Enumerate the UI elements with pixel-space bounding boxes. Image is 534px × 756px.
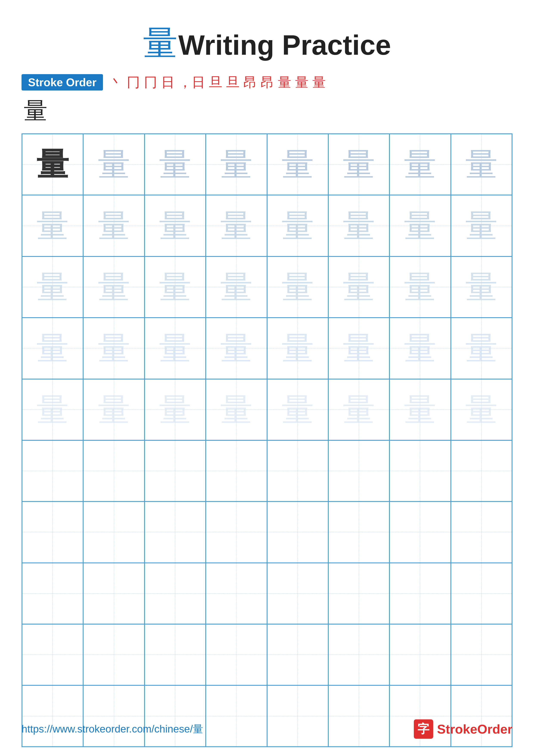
grid-cell-r5c6[interactable]: 量: [328, 379, 390, 440]
char-guide: 量: [220, 393, 252, 426]
strokeorder-logo-icon: 字: [414, 719, 433, 739]
grid-cell-r4c8[interactable]: 量: [451, 318, 512, 379]
char-guide: 量: [465, 210, 497, 242]
grid-cell-r5c5[interactable]: 量: [267, 379, 328, 440]
grid-cell-r7c8[interactable]: [451, 501, 512, 563]
grid-cell-r9c8[interactable]: [451, 624, 512, 685]
grid-cell-r8c4[interactable]: [206, 563, 267, 624]
stroke-sequence: 丶 冂 冂 日 ，日 旦 旦 昂 昂 量 量 量: [110, 76, 326, 89]
char-guide: 量: [159, 332, 191, 364]
grid-cell-r1c5[interactable]: 量: [267, 134, 328, 195]
grid-cell-r5c3[interactable]: 量: [144, 379, 206, 440]
char-guide: 量: [220, 271, 252, 303]
grid-cell-r2c3[interactable]: 量: [144, 195, 206, 256]
stroke-step-9: 昂: [261, 76, 274, 89]
grid-cell-r4c6[interactable]: 量: [328, 318, 390, 379]
grid-cell-r4c1[interactable]: 量: [22, 318, 83, 379]
footer-url[interactable]: https://www.strokeorder.com/chinese/量: [21, 722, 203, 736]
char-guide: 量: [465, 393, 497, 426]
grid-cell-r7c7[interactable]: [390, 501, 451, 563]
grid-cell-r2c6[interactable]: 量: [328, 195, 390, 256]
grid-cell-r9c3[interactable]: [144, 624, 206, 685]
grid-cell-r2c4[interactable]: 量: [206, 195, 267, 256]
grid-cell-r7c6[interactable]: [328, 501, 390, 563]
grid-cell-r9c4[interactable]: [206, 624, 267, 685]
char-guide: 量: [282, 332, 314, 364]
grid-cell-r1c3[interactable]: 量: [144, 134, 206, 195]
stroke-step-6: 旦: [209, 76, 222, 89]
char-guide: 量: [404, 332, 436, 364]
grid-cell-r2c8[interactable]: 量: [451, 195, 512, 256]
grid-cell-r6c5[interactable]: [267, 440, 328, 501]
char-guide: 量: [159, 393, 191, 426]
grid-cell-r3c6[interactable]: 量: [328, 256, 390, 318]
char-guide: 量: [282, 148, 314, 180]
grid-cell-r6c4[interactable]: [206, 440, 267, 501]
grid-cell-r3c3[interactable]: 量: [144, 256, 206, 318]
grid-cell-r9c2[interactable]: [83, 624, 144, 685]
grid-cell-r8c6[interactable]: [328, 563, 390, 624]
stroke-step-8: 昂: [243, 76, 257, 89]
char-guide: 量: [465, 148, 497, 180]
grid-cell-r6c3[interactable]: [144, 440, 206, 501]
grid-cell-r4c7[interactable]: 量: [390, 318, 451, 379]
grid-cell-r7c2[interactable]: [83, 501, 144, 563]
grid-cell-r8c8[interactable]: [451, 563, 512, 624]
char-guide: 量: [159, 210, 191, 242]
grid-cell-r4c4[interactable]: 量: [206, 318, 267, 379]
grid-cell-r2c1[interactable]: 量: [22, 195, 83, 256]
char-guide: 量: [465, 332, 497, 364]
grid-cell-r2c7[interactable]: 量: [390, 195, 451, 256]
grid-cell-r7c5[interactable]: [267, 501, 328, 563]
char-guide: 量: [343, 393, 375, 426]
grid-cell-r9c5[interactable]: [267, 624, 328, 685]
grid-cell-r3c2[interactable]: 量: [83, 256, 144, 318]
grid-cell-r6c8[interactable]: [451, 440, 512, 501]
practice-grid: 量 量 量 量 量 量 量 量 量 量 量: [21, 133, 513, 747]
grid-cell-r6c1[interactable]: [22, 440, 83, 501]
grid-cell-r3c4[interactable]: 量: [206, 256, 267, 318]
grid-cell-r1c4[interactable]: 量: [206, 134, 267, 195]
grid-cell-r8c1[interactable]: [22, 563, 83, 624]
grid-cell-r5c1[interactable]: 量: [22, 379, 83, 440]
char-guide: 量: [220, 148, 252, 180]
final-char-display: 量: [24, 95, 513, 127]
grid-cell-r9c7[interactable]: [390, 624, 451, 685]
grid-cell-r3c7[interactable]: 量: [390, 256, 451, 318]
grid-cell-r5c7[interactable]: 量: [390, 379, 451, 440]
grid-cell-r8c3[interactable]: [144, 563, 206, 624]
grid-cell-r7c3[interactable]: [144, 501, 206, 563]
grid-cell-r7c1[interactable]: [22, 501, 83, 563]
char-guide: 量: [343, 271, 375, 303]
grid-cell-r9c1[interactable]: [22, 624, 83, 685]
grid-cell-r4c2[interactable]: 量: [83, 318, 144, 379]
grid-cell-r5c4[interactable]: 量: [206, 379, 267, 440]
grid-cell-r4c5[interactable]: 量: [267, 318, 328, 379]
grid-cell-r1c1[interactable]: 量: [22, 134, 83, 195]
grid-cell-r5c8[interactable]: 量: [451, 379, 512, 440]
char-guide: 量: [404, 271, 436, 303]
grid-cell-r6c2[interactable]: [83, 440, 144, 501]
grid-cell-r8c7[interactable]: [390, 563, 451, 624]
title-area: 量 Writing Practice: [21, 26, 513, 61]
grid-cell-r3c1[interactable]: 量: [22, 256, 83, 318]
grid-cell-r4c3[interactable]: 量: [144, 318, 206, 379]
grid-cell-r5c2[interactable]: 量: [83, 379, 144, 440]
grid-cell-r6c7[interactable]: [390, 440, 451, 501]
grid-cell-r3c5[interactable]: 量: [267, 256, 328, 318]
grid-cell-r8c5[interactable]: [267, 563, 328, 624]
grid-cell-r3c8[interactable]: 量: [451, 256, 512, 318]
grid-cell-r2c2[interactable]: 量: [83, 195, 144, 256]
grid-cell-r1c6[interactable]: 量: [328, 134, 390, 195]
grid-cell-r8c2[interactable]: [83, 563, 144, 624]
grid-cell-r1c8[interactable]: 量: [451, 134, 512, 195]
grid-cell-r2c5[interactable]: 量: [267, 195, 328, 256]
char-guide: 量: [37, 393, 69, 426]
grid-cell-r1c2[interactable]: 量: [83, 134, 144, 195]
grid-cell-r9c6[interactable]: [328, 624, 390, 685]
stroke-step-2: 冂: [127, 76, 140, 89]
stroke-step-1: 丶: [110, 76, 123, 89]
grid-cell-r6c6[interactable]: [328, 440, 390, 501]
grid-cell-r7c4[interactable]: [206, 501, 267, 563]
grid-cell-r1c7[interactable]: 量: [390, 134, 451, 195]
